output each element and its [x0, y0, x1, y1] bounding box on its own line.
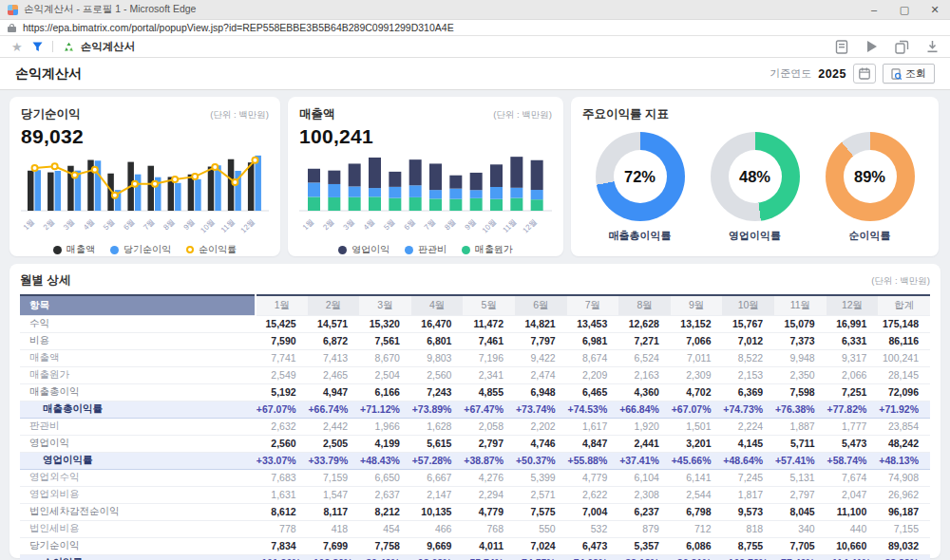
cell-value: 2,209: [567, 366, 619, 383]
line-marker: [112, 193, 118, 198]
donut-label: 매출총이익률: [609, 229, 672, 243]
page-header: 손익계산서 기준연도 2025 조회: [0, 58, 950, 90]
calendar-button[interactable]: [853, 64, 876, 84]
cell-value: 7,561: [359, 332, 411, 349]
report-file-icon[interactable]: [835, 40, 848, 54]
cell-value: 440: [826, 520, 879, 537]
stack-매출원가: [328, 197, 340, 211]
stack-영업이익: [470, 173, 483, 190]
cell-value: 2,047: [826, 486, 879, 503]
stack-판관비: [429, 190, 442, 198]
column-header: 4월: [411, 295, 464, 315]
cell-value: +66.74%: [308, 401, 360, 418]
maximize-button[interactable]: ▢: [889, 0, 920, 19]
table-row: 비용7,5906,8727,5616,8017,4617,7976,9817,2…: [20, 332, 930, 349]
cell-value: 7,797: [515, 332, 567, 349]
bar-당기순이익: [135, 175, 142, 211]
line-marker: [192, 174, 198, 179]
toolbar: ★ 손익계산서: [0, 36, 950, 58]
x-axis-label: 5월: [382, 217, 396, 232]
legend-dot-icon: [53, 246, 62, 254]
row-label: 법인세비용: [20, 520, 256, 537]
table-row: 영업외비용1,6311,5472,6372,1472,2942,5712,622…: [20, 486, 930, 503]
cell-value: 7,674: [826, 469, 879, 486]
cell-value: 7,155: [878, 520, 930, 537]
url-bar[interactable]: https://epa.bimatrix.com/portal/popupVie…: [0, 20, 950, 36]
legend-label: 매출원가: [475, 243, 513, 256]
url-text[interactable]: https://epa.bimatrix.com/portal/popupVie…: [23, 22, 454, 33]
x-axis-label: 2월: [321, 217, 335, 232]
stack-판관비: [328, 184, 340, 197]
stack-판관비: [308, 182, 320, 196]
cell-value: 2,505: [308, 435, 360, 452]
cell-value: 7,271: [618, 332, 671, 349]
cell-value: 4,855: [463, 383, 515, 401]
cell-value: 7,741: [256, 349, 308, 366]
cell-value: 466: [411, 520, 464, 537]
cell-value: 1,501: [671, 418, 723, 435]
column-header: 3월: [359, 295, 411, 315]
cell-value: +48.64%: [722, 452, 774, 469]
profit-ratio-title: 주요이익률 지표: [582, 106, 669, 122]
stack-매출원가: [531, 199, 543, 211]
x-axis-label: 8월: [443, 217, 457, 232]
report-tab-label[interactable]: 손익계산서: [81, 40, 136, 54]
favorite-star-icon[interactable]: ★: [11, 41, 23, 53]
minimize-button[interactable]: –: [859, 0, 889, 19]
cell-value: 15,767: [722, 315, 774, 332]
donut-value: 72%: [614, 150, 667, 203]
legend-label: 매출액: [66, 243, 95, 256]
legend-dot-icon: [462, 246, 470, 254]
download-icon[interactable]: [926, 40, 939, 53]
cell-value: 7,196: [463, 349, 515, 366]
lock-icon: [8, 24, 16, 32]
row-label: 비용: [20, 332, 256, 349]
row-label: 영업이익률: [20, 452, 256, 469]
duplicate-window-icon[interactable]: [895, 40, 909, 54]
cell-value: 15,320: [359, 315, 411, 332]
table-row: 매출총이익률+67.07%+66.74%+71.12%+73.89%+67.47…: [20, 401, 930, 418]
cell-value: +77.46%: [774, 554, 826, 560]
donut-value: 48%: [729, 150, 782, 203]
legend-item: 영업이익: [338, 243, 390, 256]
monthly-detail-card: 월별 상세 (단위 : 백만원) 항목1월2월3월4월5월6월7월8월9월10월…: [10, 264, 940, 558]
table-row: 영업외수익7,6837,1596,6506,6674,2765,3994,779…: [20, 469, 930, 486]
run-icon[interactable]: [865, 40, 878, 53]
browser-window: 손익계산서 - 프로필 1 - Microsoft Edge – ▢ ✕ htt…: [0, 0, 950, 560]
column-header: 2월: [308, 295, 360, 315]
stack-영업이익: [389, 172, 401, 187]
calendar-icon: [859, 67, 870, 80]
cell-value: 6,872: [308, 332, 360, 349]
cell-value: 7,699: [308, 537, 360, 554]
cell-value: 4,947: [308, 383, 360, 401]
donut-ring: 48%: [711, 132, 800, 221]
close-button[interactable]: ✕: [920, 0, 950, 19]
base-year-label: 기준연도: [770, 66, 811, 81]
filter-controls: 기준연도 2025 조회: [770, 64, 935, 84]
cell-value: +86.81%: [671, 554, 723, 560]
cell-value: 2,797: [774, 486, 826, 503]
filter-icon[interactable]: [32, 42, 43, 52]
cell-value: 2,442: [308, 418, 360, 435]
search-button[interactable]: 조회: [883, 64, 935, 84]
base-year-value[interactable]: 2025: [818, 67, 846, 81]
stack-매출원가: [369, 196, 381, 211]
column-header: 11월: [774, 295, 826, 315]
stack-매출원가: [470, 198, 483, 211]
column-header: 5월: [463, 295, 515, 315]
row-label: 영업외비용: [20, 486, 256, 503]
x-axis-label: 6월: [403, 217, 417, 232]
line-marker: [152, 181, 158, 187]
column-header: 10월: [722, 295, 774, 315]
cell-value: 8,045: [774, 503, 826, 520]
column-header: 합계: [878, 295, 930, 315]
stack-판관비: [490, 187, 503, 199]
cell-value: 10,135: [411, 503, 464, 520]
cell-value: 4,199: [359, 435, 411, 452]
cell-value: 5,131: [774, 469, 826, 486]
cell-value: 2,571: [515, 486, 567, 503]
bar-당기순이익: [55, 171, 61, 211]
cell-value: +48.13%: [878, 452, 930, 469]
table-row: 당기순이익7,8347,6997,7589,6694,0117,0246,473…: [20, 537, 930, 554]
title-bar: 손익계산서 - 프로필 1 - Microsoft Edge – ▢ ✕: [0, 0, 950, 20]
